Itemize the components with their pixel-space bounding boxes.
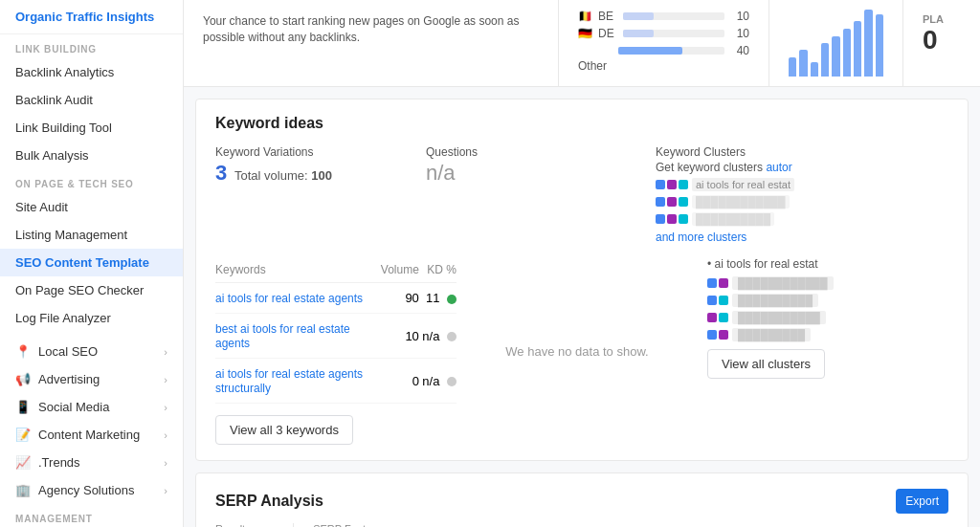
sidebar-item-content-marketing[interactable]: 📝 Content Marketing › — [0, 421, 183, 449]
cluster-blurred-text-1: ████████████ — [732, 276, 834, 290]
site-audit-label: Site Audit — [15, 200, 68, 214]
cluster-item-1: ai tools for real estat — [656, 178, 847, 191]
trends-icon: 📈 — [15, 455, 31, 470]
kw-link-1[interactable]: ai tools for real estate agents — [215, 292, 363, 305]
no-data-message: We have no data to show. — [486, 316, 667, 387]
description-card: Your chance to start ranking new pages o… — [184, 0, 559, 86]
local-seo-label: Local SEO — [38, 344, 98, 359]
kw-clusters-link[interactable]: autor — [766, 161, 791, 174]
keyword-ideas-title: Keyword ideas — [215, 115, 948, 132]
link-building-section-label: Link Building — [0, 34, 183, 58]
main-content: Your chance to start ranking new pages o… — [184, 0, 980, 527]
sidebar-top-item[interactable]: Organic Traffic Insights — [0, 0, 183, 34]
cluster-item-3: ██████████ — [656, 212, 847, 226]
sidebar-item-local-seo[interactable]: 📍 Local SEO › — [0, 338, 183, 365]
be-code: BE — [598, 10, 617, 23]
cluster-item-2: ████████████ — [656, 195, 847, 209]
dot-blue-3 — [656, 214, 665, 224]
be-count: 10 — [730, 10, 749, 23]
pla-value: 0 — [923, 25, 961, 55]
backlink-analytics-label: Backlink Analytics — [15, 65, 114, 79]
kw-link-2[interactable]: best ai tools for real estateagents — [215, 322, 350, 350]
cluster-text-1: ai tools for real estat — [692, 178, 794, 191]
agency-solutions-icon: 🏢 — [15, 483, 31, 497]
serp-analysis-section: SERP Analysis Export Results 28.4M SERP … — [195, 472, 969, 527]
cc2 — [719, 296, 728, 305]
chevron-right-icon: › — [164, 485, 167, 496]
advertising-label: Advertising — [38, 372, 100, 386]
sidebar-item-log-file-analyzer[interactable]: Log File Analyzer — [0, 304, 183, 332]
kw-stats-row: Keyword Variations 3 Total volume: 100 Q… — [215, 145, 948, 244]
serp-analysis-title: SERP Analysis — [215, 493, 323, 510]
de-count: 10 — [730, 27, 749, 40]
social-media-icon: 📱 — [15, 400, 31, 414]
cb1 — [707, 278, 717, 288]
sidebar: Organic Traffic Insights Link Building B… — [0, 0, 184, 527]
kd-dot-green — [447, 295, 457, 304]
sidebar-item-backlink-audit[interactable]: Backlink Audit — [0, 86, 183, 114]
view-all-clusters-btn[interactable]: View all clusters — [707, 349, 825, 379]
serp-export-btn[interactable]: Export — [896, 489, 948, 514]
countries-card: 🇧🇪 BE 10 🇩🇪 DE 10 40 — [559, 0, 769, 86]
kw-clusters-label: Keyword Clusters — [656, 145, 847, 159]
kw-link-3[interactable]: ai tools for real estate agentsstructura… — [215, 367, 363, 395]
de-bar-wrap — [623, 30, 724, 37]
sidebar-item-on-page-seo-checker[interactable]: On Page SEO Checker — [0, 276, 183, 304]
on-page-seo-checker-label: On Page SEO Checker — [15, 283, 144, 297]
sidebar-item-seo-content-template[interactable]: SEO Content Template — [0, 249, 183, 276]
sidebar-item-site-audit[interactable]: Site Audit — [0, 193, 183, 221]
be-flag: 🇧🇪 — [578, 10, 592, 23]
cp4 — [719, 330, 728, 340]
chart-bar-9 — [876, 14, 883, 77]
sidebar-item-listing-management[interactable]: Listing Management — [0, 221, 183, 249]
link-building-tool-label: Link Building Tool — [15, 121, 112, 135]
cluster-dots-2 — [656, 197, 688, 207]
cluster-row-2: ██████████ — [707, 294, 948, 307]
kw-clusters-description: Get keyword clusters autor — [656, 161, 847, 174]
chart-bar-6 — [843, 29, 851, 77]
sidebar-item-backlink-analytics[interactable]: Backlink Analytics — [0, 58, 183, 86]
backlink-audit-label: Backlink Audit — [15, 93, 93, 107]
kd-dot-grey-2 — [447, 377, 457, 386]
cluster-blurred-text-3: ███████████ — [732, 311, 826, 324]
vol-cell-3: 0 — [377, 359, 419, 404]
col-volume: Volume — [377, 257, 419, 283]
dot-purple-2 — [667, 197, 677, 207]
keyword-table: Keywords Volume KD % ai tools for real e… — [215, 257, 457, 404]
serp-features-label: SERP Features — [313, 523, 397, 527]
dot-cyan-3 — [679, 214, 688, 224]
cluster-row-4: █████████ — [707, 328, 948, 341]
trends-label: .Trends — [38, 455, 80, 470]
be-bar-wrap — [623, 12, 724, 20]
clusters-right-label: • ai tools for real estat — [707, 257, 948, 271]
dot-blue — [656, 180, 665, 189]
kd-cell-1: 11 — [419, 283, 457, 314]
sidebar-item-agency-solutions[interactable]: 🏢 Agency Solutions › — [0, 476, 183, 504]
log-file-analyzer-label: Log File Analyzer — [15, 311, 111, 325]
chart-bar-4 — [821, 43, 829, 77]
chart-bar-1 — [789, 57, 796, 77]
kw-questions-block: Questions n/a — [426, 145, 617, 186]
sidebar-item-social-media[interactable]: 📱 Social Media › — [0, 393, 183, 421]
sidebar-item-advertising[interactable]: 📢 Advertising › — [0, 365, 183, 393]
view-all-keywords-btn[interactable]: View all 3 keywords — [215, 415, 353, 445]
sidebar-item-link-building-tool[interactable]: Link Building Tool — [0, 114, 183, 142]
content-marketing-icon: 📝 — [15, 428, 31, 442]
sidebar-item-bulk-analysis[interactable]: Bulk Analysis — [0, 142, 183, 169]
on-page-tech-seo-section-label: On Page & Tech SEO — [0, 169, 183, 193]
pla-card: PLA 0 — [903, 0, 980, 86]
cp1 — [719, 278, 728, 288]
dot-cyan — [679, 180, 688, 189]
clusters-right-block: • ai tools for real estat ████████████ █… — [698, 257, 948, 445]
chevron-right-icon: › — [164, 457, 167, 469]
vol-cell-2: 10 — [377, 314, 419, 359]
social-media-label: Social Media — [38, 400, 109, 414]
sidebar-item-trends[interactable]: 📈 .Trends › — [0, 449, 183, 476]
and-more-clusters-link[interactable]: and more clusters — [656, 231, 746, 244]
seo-content-template-label: SEO Content Template — [15, 255, 149, 270]
cluster-blurred-text-2: ██████████ — [732, 294, 818, 307]
chart-bar-3 — [811, 62, 818, 77]
de-bar — [623, 30, 654, 37]
cluster-text-2: ████████████ — [692, 195, 790, 209]
cc3 — [719, 313, 728, 322]
